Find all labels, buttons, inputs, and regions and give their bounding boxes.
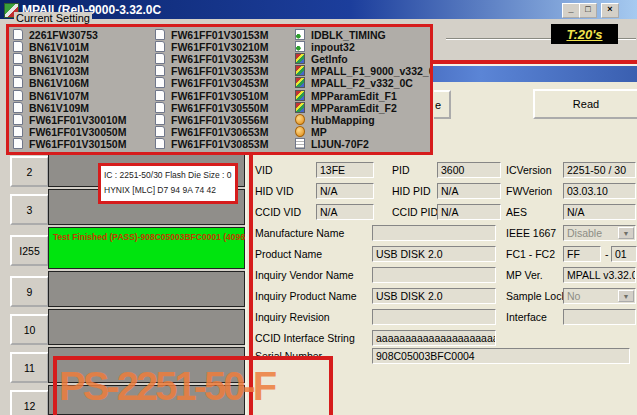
label-icversion: ICVersion [506,162,552,178]
file-item-label: inpout32 [311,41,355,53]
file-item-label: IDBLK_TIMING [311,29,386,41]
file-item-label: HubMapping [311,114,375,126]
field-inquiry-revision[interactable] [372,309,496,325]
port-status-bar [48,271,245,307]
dropdown-arrow-icon[interactable]: ▼ [618,290,634,302]
label-ccid-pid: CCID PID [392,204,438,220]
window-titlebar[interactable]: MPAll (Rel)-9000-3.32.0C _ □ × [0,0,637,19]
label-inquiry-vendor-name: Inquiry Vendor Name [255,267,354,283]
port-status-bar: Test Finished (PASS)-908C05003BFC0001 (4… [48,227,245,269]
file-item-label: MP [311,126,327,138]
label-vid: VID [255,162,273,178]
controller-annotation-box: PS-2251-50-F [53,356,333,415]
port-button[interactable]: I255 [10,235,49,266]
app-file-icon [295,90,305,101]
doc-green-file-icon [295,41,305,52]
port-button[interactable]: 3 [10,194,49,225]
close-button[interactable]: × [601,3,619,18]
timer-display: T:20's [551,24,618,44]
mpall-window: MPAll (Rel)-9000-3.32.0C _ □ × Current S… [0,0,637,415]
file-item[interactable]: MPALL_F1_9000_v332_0C [9,65,430,77]
file-item[interactable]: MPParamEdit_F2 [9,102,430,114]
minimize-button[interactable]: _ [562,3,580,18]
update-button-partial[interactable]: e [434,90,451,119]
field-ccid-vid[interactable]: N/A [316,204,374,220]
label-ccid-interface-string: CCID Interface String [255,330,355,346]
field-icversion[interactable]: 2251-50 / 30 [563,162,636,178]
field-fc1[interactable]: FF [563,246,601,262]
field-fc2[interactable]: 01 [611,246,637,262]
annotation-line-top [430,60,637,64]
file-item-label: MPParamEdit_F1 [311,90,397,102]
field-inquiry-vendor-name[interactable] [372,267,496,283]
file-list: 2261FW30753BN61V101MBN61V102MBN61V103MBN… [6,24,433,155]
file-item[interactable]: GetInfo [9,53,430,65]
field-inquiry-product-name[interactable]: USB DISK 2.0 [372,288,496,304]
field-aes[interactable]: N/A [563,204,636,220]
label-hid-vid: HID VID [255,183,294,199]
file-item-label: MPParamEdit_F2 [311,102,397,114]
port-button[interactable]: 9 [10,276,49,307]
label-ieee-1667: IEEE 1667 [506,225,556,241]
ic-info-line1: IC : 2251-50/30 Flash Die Size : 0 [104,168,235,183]
port-status-bar [48,309,245,345]
field-pid[interactable]: 3600 [437,162,501,178]
field-sample-lock[interactable]: No▼ [563,288,636,304]
label-product-name: Product Name [255,246,322,262]
current-setting-group-label: Current Setting [14,12,92,24]
field-ccid-pid[interactable]: N/A [437,204,501,220]
app-file-icon [295,102,305,113]
orange-file-icon [295,114,305,125]
label-inquiry-revision: Inquiry Revision [255,309,330,325]
file-item[interactable]: IDBLK_TIMING [9,29,430,41]
field-ieee-1667[interactable]: Disable▼ [563,225,636,241]
port-button[interactable]: 12 [10,390,49,415]
doc-green-file-icon [295,29,305,40]
maximize-button[interactable]: □ [579,3,597,18]
dropdown-arrow-icon[interactable]: ▼ [618,227,634,239]
label-fc1-fc2: FC1 - FC2 [506,246,555,262]
field-hid-pid[interactable]: N/A [437,183,501,199]
label-manufacture-name: Manufacture Name [255,225,344,241]
field-manufacture-name[interactable] [372,225,496,241]
label-inquiry-product-name: Inquiry Product Name [255,288,357,304]
orange-file-icon [295,126,305,137]
file-item-label: MPALL_F1_9000_v332_0C [311,65,433,77]
file-item-label: MPALL_F2_v332_0C [311,77,413,89]
port-button[interactable]: 10 [10,314,49,345]
file-item[interactable]: MPParamEdit_F1 [9,90,430,102]
port-button[interactable]: 2 [10,156,49,187]
app-file-icon [295,53,305,64]
app-file-icon [295,77,305,88]
label-fwverion: FWVerion [506,183,552,199]
file-item[interactable]: MPALL_F2_v332_0C [9,77,430,89]
doc-gray-file-icon [295,138,305,149]
label-aes: AES [506,204,527,220]
ic-info-line2: HYNIX [MLC] D7 94 9A 74 42 [104,183,235,198]
field-interface[interactable] [563,309,636,325]
file-item-label: GetInfo [311,53,348,65]
field-hid-vid[interactable]: N/A [316,183,374,199]
read-button[interactable]: Read [533,89,637,119]
file-item[interactable]: LIJUN-70F2 [9,138,430,150]
file-item[interactable]: inpout32 [9,41,430,53]
field-vid[interactable]: 13FE [316,162,374,178]
app-file-icon [295,65,305,76]
label-hid-pid: HID PID [392,183,431,199]
file-item[interactable]: MP [9,126,430,138]
field-product-name[interactable]: USB DISK 2.0 [372,246,496,262]
label-sample-lock: Sample Lock [506,288,567,304]
field-ccid-interface-string[interactable]: aaaaaaaaaaaaaaaaaaaaaaaaaa [372,330,496,346]
file-item[interactable]: HubMapping [9,114,430,126]
field-mp-ver[interactable]: MPALL v3.32.0C [563,267,636,283]
field-serial-number[interactable]: 908C05003BFC0004 [372,348,630,364]
label-interface: Interface [506,309,547,325]
label-ccid-vid: CCID VID [255,204,301,220]
controller-name-text: PS-2251-50-F [59,356,274,415]
port-status-text: Test Finished (PASS)-908C05003BFC0001 (4… [53,232,263,242]
label-pid: PID [392,162,410,178]
file-item-label: LIJUN-70F2 [311,138,369,150]
port-button[interactable]: 11 [10,352,49,383]
label-mp-ver: MP Ver. [506,267,543,283]
field-fwverion[interactable]: 03.03.10 [563,183,636,199]
